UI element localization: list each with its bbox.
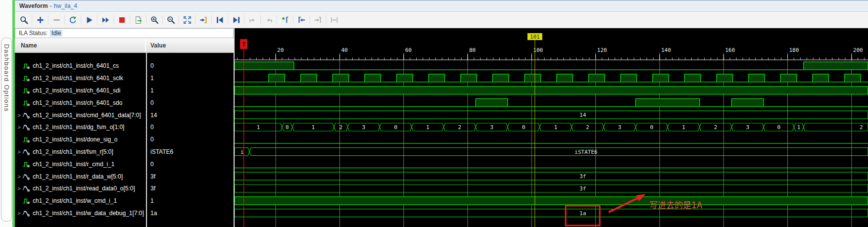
signal-row[interactable]: >ch1_2_inst/ch1_inst/fsm_r[5:0]iSTATE6 [15, 146, 234, 158]
title-separator: - [50, 2, 52, 9]
goto-trigger-button[interactable] [197, 13, 210, 26]
signal-row[interactable]: >ch1_2_inst/ch1_inst/r_data_w[5:0]3f [15, 170, 234, 182]
ila-core-link[interactable]: hw_ila_4 [54, 2, 77, 9]
signal-value: 1 [146, 75, 154, 82]
column-header-name[interactable]: Name [15, 38, 146, 52]
expander-icon[interactable]: > [16, 149, 22, 155]
goto-end-button[interactable] [230, 13, 242, 26]
signal-row[interactable]: >ch1_2_inst/ch1_inst/dg_fsm_o[1:0]0 [15, 121, 234, 134]
signal-row[interactable]: >ch1_2_inst/ch1_inst/cmd_6401_data[7:0]1… [15, 109, 234, 121]
search-button[interactable] [17, 13, 30, 26]
signal-row[interactable]: ch1_2_inst/ch1_inst/ch_6401_sdi1 [15, 85, 234, 97]
signal-row[interactable]: >ch1_2_inst/ch1_inst/read_data0_o[5:0]3f [15, 182, 234, 195]
goto-start-icon [216, 16, 224, 24]
bit-signal-icon [22, 160, 30, 168]
expander-icon[interactable]: > [16, 185, 22, 191]
signal-name: ch1_2_inst/ch1_inst/ch_6401_sdi [33, 87, 120, 94]
signal-row[interactable]: >ch1_2_inst/ch1_inst/w_data_debug_1[7:0]… [15, 207, 234, 220]
svg-text:120: 120 [597, 47, 607, 53]
svg-text:14: 14 [579, 112, 586, 118]
toolbar-separator [146, 15, 146, 25]
previous-marker-button[interactable] [295, 13, 308, 26]
signal-name: ch1_2_inst/ch1_inst/ch_6401_cs [33, 62, 119, 69]
svg-text:0: 0 [522, 124, 526, 131]
hardware-manager-region: Dashboard Options Waveform - hw_ila_4 IL… [0, 0, 868, 227]
dashboard-options-tab[interactable]: Dashboard Options [1, 38, 12, 222]
svg-text:80: 80 [469, 47, 476, 53]
expander-icon[interactable]: > [16, 124, 22, 130]
svg-text:2: 2 [458, 124, 461, 131]
titlebar: Waveform - hw_ila_4 [15, 0, 868, 12]
expander-icon[interactable]: > [16, 112, 22, 118]
zoom-fit-button[interactable] [181, 13, 193, 26]
zoom-out-icon [167, 16, 175, 24]
bus-signal-icon [22, 148, 30, 156]
svg-text:1: 1 [797, 124, 801, 131]
ila-status-label: ILA Status: [19, 30, 48, 37]
svg-text:3f: 3f [579, 185, 586, 192]
signal-row[interactable]: ch1_2_inst/ch1_inst/done_sig_o0 [15, 134, 234, 146]
swap-markers-icon [330, 16, 338, 24]
signal-row[interactable]: ch1_2_inst/ch1_inst/w_cmd_i_11 [15, 195, 234, 207]
zoom-in-button[interactable] [148, 13, 161, 26]
toolbar-separator [260, 15, 261, 25]
search-icon [20, 16, 28, 24]
bit-signal-icon [22, 99, 30, 107]
goto-end-icon [232, 16, 241, 24]
svg-text:60: 60 [405, 47, 412, 53]
signal-name: ch1_2_inst/ch1_inst/w_cmd_i_1 [33, 197, 117, 204]
add-button[interactable] [34, 13, 47, 26]
svg-text:iSTATE6: iSTATE6 [575, 149, 597, 155]
toolbar-separator [211, 15, 212, 25]
toolbar-separator [81, 15, 81, 25]
svg-text:3: 3 [490, 124, 493, 131]
signal-name: ch1_2_inst/ch1_inst/r_data_w[5:0] [33, 173, 123, 180]
next-transition-icon [265, 16, 273, 24]
next-transition-button [262, 13, 275, 26]
expander-icon[interactable]: > [16, 174, 22, 180]
svg-text:T: T [242, 41, 245, 48]
add-marker-button[interactable] [279, 13, 291, 26]
signal-row[interactable]: ch1_2_inst/ch1_inst/ch_6401_sclk1 [15, 72, 234, 85]
goto-start-button[interactable] [213, 13, 226, 26]
annotation-text: 写进去的是1A [649, 200, 703, 210]
signal-name: ch1_2_inst/ch1_inst/read_data0_o[5:0] [33, 185, 135, 192]
signal-name: ch1_2_inst/ch1_inst/fsm_r[5:0] [33, 148, 113, 155]
svg-text:40: 40 [341, 47, 347, 53]
signal-value: 3f [146, 173, 155, 180]
signal-name-cell: >ch1_2_inst/ch1_inst/r_data_w[5:0] [15, 173, 146, 181]
signal-row[interactable]: ch1_2_inst/ch1_inst/r_cmd_i_10 [15, 158, 234, 170]
rearm-trigger-button[interactable] [66, 13, 79, 26]
run-trigger-button[interactable] [83, 13, 96, 26]
svg-text:2: 2 [714, 124, 718, 131]
svg-text:160: 160 [725, 47, 735, 53]
next-marker-button [311, 13, 324, 26]
zoom-out-button[interactable] [164, 13, 177, 26]
dashboard-options-label: Dashboard Options [3, 44, 10, 221]
column-header-value[interactable]: Value [146, 38, 234, 52]
toolbar-separator [293, 15, 293, 25]
toolbar-separator [195, 15, 195, 25]
signal-row[interactable]: ch1_2_inst/ch1_inst/ch_6401_cs0 [15, 60, 234, 72]
swap-markers-button [328, 13, 340, 26]
signal-name-cell: >ch1_2_inst/ch1_inst/read_data0_o[5:0] [15, 184, 146, 192]
zoom-in-icon [150, 16, 159, 24]
run-trigger-immediate-button[interactable] [99, 13, 112, 26]
export-ila-data-button[interactable] [132, 13, 145, 26]
svg-text:1: 1 [682, 124, 685, 131]
toolbar-separator [277, 15, 277, 25]
svg-text:1: 1 [554, 124, 557, 131]
stop-trigger-button[interactable] [115, 13, 128, 26]
dashboard-options-strip: Dashboard Options [0, 0, 12, 227]
svg-text:101: 101 [530, 34, 540, 40]
toolbar-separator [97, 15, 97, 25]
svg-text:20: 20 [277, 47, 284, 53]
toolbar-separator [130, 15, 130, 25]
signal-name: ch1_2_inst/ch1_inst/cmd_6401_data[7:0] [33, 112, 141, 119]
waveform-panel[interactable]: 2040608010012014016018020014101230123012… [235, 28, 868, 227]
signal-value: 0 [146, 124, 154, 131]
bit-signal-icon [22, 74, 30, 82]
signal-name: ch1_2_inst/ch1_inst/dg_fsm_o[1:0] [33, 124, 124, 131]
signal-row[interactable]: ch1_2_inst/ch1_inst/ch_6401_sdo0 [15, 96, 234, 109]
expander-icon[interactable]: > [16, 210, 22, 216]
